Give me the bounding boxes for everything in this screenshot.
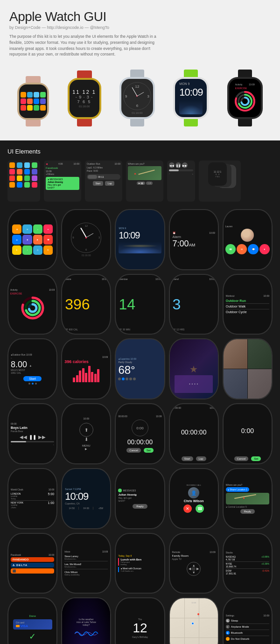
watch-nav: 10:09 ⬆ ⬇ MENU ▶ xyxy=(61,403,111,464)
watch-grid-row5: World Clock 10:09 LONDON 5:00PM Today 5:… xyxy=(7,468,273,529)
ui-map: Where are you? ▶ ❚❚ ↑ ↗ xyxy=(126,161,163,202)
watch-bar-chart: 10:09 396 calories xyxy=(61,338,111,399)
watch-grid-row4: 00:00 Boys Latin Panda Bear ◀◀ ❚❚ ▶▶ − + xyxy=(7,403,273,464)
ui-controls: ◀◀ ❚❚ ▶▶ − + xyxy=(167,161,195,202)
watch-stand: Stand 10:09 3 OF 12 HRS xyxy=(169,274,219,335)
dark-section: UI Elements xyxy=(0,140,280,644)
watch-grid-row2: Activity 10:09 EXERCISE Maize xyxy=(7,274,273,335)
ui-notifications: ◀4:0610:09 Facebook 10:09+Others ● MESSA… xyxy=(44,161,81,202)
watch-payment: Done Citi card VISA ✓ xyxy=(7,597,57,644)
watch-music: 00:00 Boys Latin Panda Bear ◀◀ ❚❚ ▶▶ − + xyxy=(7,403,57,464)
ui-icons-grid xyxy=(7,161,40,202)
watch-icons xyxy=(17,76,49,126)
watch-concert: ● ● ● ● ★ xyxy=(169,338,219,399)
watch-analog-face: 12 3 6 9 01:16:00 xyxy=(61,209,111,270)
watch-incoming-call: INCOMING CALL 👤 Chris Wilson ✕ ☎ xyxy=(169,468,219,529)
watch-workout-list: Workout 10:09 Outdoor Run Outdoor Walk O… xyxy=(223,274,273,335)
watch-outdoor-run: ●Outdoor Run 10:09 − 8.00 + MILES MOST 1… xyxy=(7,338,57,399)
watch-digital-green: MON 9 10:09 xyxy=(173,70,209,126)
watch-passbook: Passbook 10:09 FANDANGO Δ DELTA ⬛ xyxy=(7,533,57,594)
watch-map-reply: Where are you? ● Share Location 1 ● Cent… xyxy=(223,468,273,529)
watch-stopwatch: 00:00:00 10:09 0:00 00:00:00 Cancel Set xyxy=(115,403,165,464)
watch-birthday: Thu 12 Gary's Birthday xyxy=(115,597,165,644)
watch-grid-row7: Done Citi card VISA ✓ Is the weathernice… xyxy=(7,597,273,644)
ui-elements-label: UI Elements xyxy=(7,148,273,155)
watch-grid-row1: ✿ ✉ ⌂ ♥ ☁ ◉ ▶ ☎ ★ ♪ ◎ ⚙ xyxy=(7,209,273,270)
watch-analog-silver: 12 3 6 9 01:16:00 xyxy=(119,70,155,126)
watch-alarm: ⏰ 10:09 Alarm 7:00AM xyxy=(169,209,219,270)
watch-home: ✿ ✉ ⌂ ♥ ☁ ◉ ▶ ☎ ★ ♪ ◎ ⚙ xyxy=(7,209,57,270)
watch-maize: Maize 10:09 396 OF 600 CAL xyxy=(61,274,111,335)
watch-activity-black: Activity 10:09 EXERCISE xyxy=(227,70,263,126)
watch-exercise: Exercise 10:09 14 OF 30 MIN xyxy=(115,274,165,335)
watch-grid-row3: ●Outdoor Run 10:09 − 8.00 + MILES MOST 1… xyxy=(7,338,273,399)
watch-portrait xyxy=(223,338,273,399)
watch-dark-digital: MON 9 10:09 xyxy=(115,209,165,270)
watch-remote: Remote 10:09 Family Room Apple TV ▲ ▼ ◀ … xyxy=(169,533,219,594)
watch-timer-cancelset: 0:00 Cancel Set xyxy=(223,403,273,464)
watch-settings: Settings 10:09 ⏾ Sleep ✈ Airplane Mode ✱… xyxy=(223,597,273,644)
watch-inbox: Inbox 10:09 Steve Larney fabulousness...… xyxy=(61,533,111,594)
watch-stocks: Stocks NASDAQ 4,767.59 +0.88% NYSE 10,86… xyxy=(223,533,273,594)
watch-calendar: Today, Sep 8 Lunch with Ben Full project… xyxy=(115,533,165,594)
top-section: Apple Watch GUI by Design+Code — http://… xyxy=(0,0,280,140)
watch-sf-map: 📍 San Francisco 10:09 xyxy=(169,597,219,644)
app-subtitle: by Design+Code — http://designcode.io — … xyxy=(9,25,271,30)
top-watch-row: 11 12 1 - 9 · 3 - 7 6 5 01:16:00 12 3 xyxy=(9,65,271,136)
watch-messages: MESSAGES Julian Hoenig Hey, let's getlun… xyxy=(115,468,165,529)
watch-activity: Activity 10:09 EXERCISE xyxy=(7,274,57,335)
watch-analog-gold: 11 12 1 - 9 · 3 - 7 6 5 01:16:00 xyxy=(68,70,101,126)
watch-contacts: Lauren ☎ ✉ 💬 ♥ xyxy=(223,209,273,270)
watch-timer-startlap: 00:00:00 10:09 00:00:00 Start Lap xyxy=(169,403,219,464)
watch-weather: ●Cupertino 10:09 Partly Cloudy 68° xyxy=(115,338,165,399)
watch-large-time: Sunset 7:11PM 10:09 Cupertino, CA 14 50 … xyxy=(61,468,111,529)
app-title: Apple Watch GUI xyxy=(9,9,271,24)
ui-stacked-watches: 11 12 11 12 1 9 · 3 7 6 5 xyxy=(199,161,241,202)
ui-workout: Outdoor Run10:09 Lap1: 6.3 Miles Pace: 9… xyxy=(85,161,122,202)
app-description: The purpose of this kit is to let you an… xyxy=(9,34,159,57)
watch-grid-row6: Passbook 10:09 FANDANGO Δ DELTA ⬛ Inbox xyxy=(7,533,273,594)
watch-world-clock: World Clock 10:09 LONDON 5:00PM Today 5:… xyxy=(7,468,57,529)
ui-elements-row: ◀4:0610:09 Facebook 10:09+Others ● MESSA… xyxy=(7,161,273,202)
watch-siri-weather: Is the weathernice at Lake Tahoetoday? xyxy=(61,597,111,644)
